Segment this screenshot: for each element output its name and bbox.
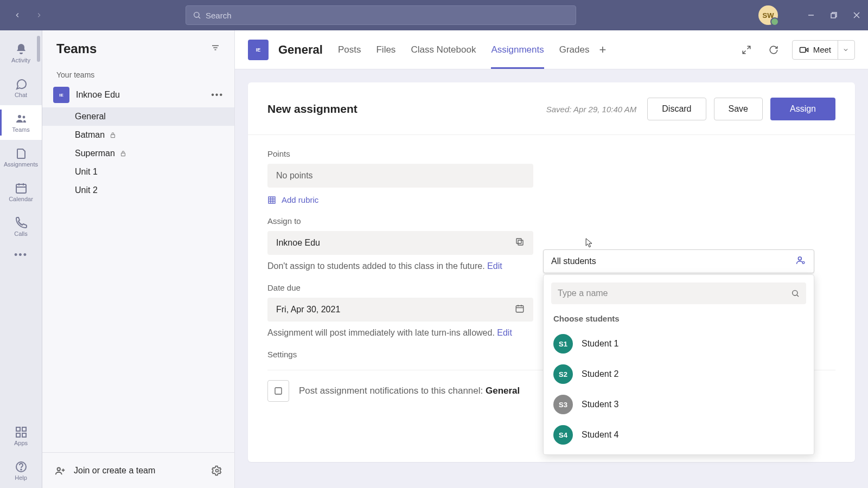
- student-name: Student 1: [582, 339, 619, 349]
- svg-rect-12: [16, 427, 20, 431]
- forward-button[interactable]: [31, 8, 47, 23]
- student-name: Student 3: [582, 400, 619, 409]
- rubric-icon: [267, 196, 276, 204]
- calendar-icon[interactable]: [515, 304, 525, 316]
- student-avatar: S2: [553, 364, 573, 384]
- channel-item[interactable]: General: [42, 107, 234, 126]
- tab-grades[interactable]: Grades: [559, 30, 590, 69]
- tab-class-notebook[interactable]: Class Notebook: [411, 30, 476, 69]
- svg-line-48: [797, 295, 799, 297]
- teams-heading: Teams: [56, 41, 210, 56]
- assignment-heading: New assignment: [267, 102, 358, 115]
- svg-rect-21: [111, 134, 115, 137]
- rail-label: Calls: [14, 230, 27, 237]
- svg-line-28: [743, 50, 745, 53]
- rail-calendar[interactable]: Calendar: [0, 175, 42, 209]
- filter-icon[interactable]: [210, 43, 220, 55]
- svg-point-7: [22, 116, 25, 119]
- student-avatar: S3: [553, 395, 573, 414]
- tab-files[interactable]: Files: [376, 30, 395, 69]
- maximize-button[interactable]: [828, 9, 840, 21]
- rail-chat[interactable]: Chat: [0, 70, 42, 105]
- close-button[interactable]: [851, 9, 863, 21]
- student-item[interactable]: S4Student 4: [551, 420, 806, 450]
- rail-calls[interactable]: Calls: [0, 209, 42, 244]
- edit-late-link[interactable]: Edit: [497, 328, 512, 337]
- expand-icon[interactable]: [738, 41, 755, 59]
- minimize-button[interactable]: [805, 9, 817, 21]
- add-rubric-link[interactable]: Add rubric: [267, 195, 835, 204]
- your-teams-label: Your teams: [42, 67, 234, 82]
- tab-assignments[interactable]: Assignments: [491, 30, 544, 69]
- rail-assignments[interactable]: Assignments: [0, 140, 42, 175]
- assign-people-icon[interactable]: [795, 255, 806, 268]
- svg-point-0: [194, 12, 199, 17]
- student-item[interactable]: S1Student 1: [551, 329, 806, 359]
- team-avatar: IE: [53, 87, 69, 103]
- save-button[interactable]: Save: [714, 98, 763, 120]
- title-bar: SW: [0, 0, 868, 30]
- points-label: Points: [267, 149, 835, 158]
- channel-item[interactable]: Unit 1: [42, 163, 234, 181]
- svg-rect-38: [516, 306, 524, 312]
- svg-rect-3: [831, 14, 835, 18]
- student-search-input[interactable]: [558, 288, 791, 298]
- meet-button[interactable]: Meet: [792, 40, 855, 60]
- main-pane: IE General PostsFilesClass NotebookAssig…: [235, 30, 868, 488]
- student-item[interactable]: S2Student 2: [551, 359, 806, 389]
- svg-rect-14: [16, 433, 20, 437]
- rail-label: Help: [15, 474, 27, 481]
- team-more-icon[interactable]: •••: [211, 90, 224, 100]
- assignment-card: New assignment Saved: Apr 29, 10:40 AM D…: [248, 82, 855, 462]
- chevron-down-icon[interactable]: [838, 41, 849, 59]
- assign-to-label: Assign to: [267, 216, 835, 226]
- rail-apps[interactable]: Apps: [0, 419, 42, 453]
- user-avatar[interactable]: SW: [758, 5, 778, 25]
- rail-activity[interactable]: Activity: [0, 36, 42, 70]
- student-item[interactable]: S3Student 3: [551, 389, 806, 420]
- discard-button[interactable]: Discard: [647, 98, 706, 120]
- student-search[interactable]: [551, 282, 806, 304]
- join-team-icon: [54, 465, 66, 477]
- assign-to-class-input[interactable]: Inknoe Edu: [267, 231, 533, 255]
- global-search[interactable]: [186, 5, 576, 25]
- teams-panel: Teams Your teams IE Inknoe Edu ••• Gener…: [42, 30, 235, 488]
- channel-item[interactable]: Batman: [42, 126, 234, 144]
- refresh-icon[interactable]: [765, 41, 782, 59]
- choose-students-label: Choose students: [553, 314, 804, 323]
- copy-icon[interactable]: [515, 237, 525, 249]
- channel-item[interactable]: Superman: [42, 144, 234, 163]
- tab-posts[interactable]: Posts: [338, 30, 361, 69]
- svg-point-6: [18, 115, 21, 118]
- svg-rect-29: [800, 47, 806, 52]
- points-input[interactable]: No points: [267, 164, 533, 188]
- video-icon: [799, 45, 809, 55]
- svg-rect-42: [275, 388, 282, 394]
- rail-teams[interactable]: Teams: [0, 105, 42, 140]
- channel-item[interactable]: Unit 2: [42, 181, 234, 200]
- lock-icon: [119, 150, 127, 157]
- add-tab-button[interactable]: +: [599, 43, 606, 57]
- rail-more[interactable]: •••: [0, 244, 42, 266]
- svg-rect-37: [516, 239, 521, 243]
- svg-point-23: [58, 467, 61, 471]
- all-students-dropdown[interactable]: All students: [543, 249, 814, 273]
- global-search-input[interactable]: [206, 11, 569, 20]
- team-row[interactable]: IE Inknoe Edu •••: [42, 82, 234, 107]
- settings-icon[interactable]: [212, 465, 222, 476]
- rail-label: Assignments: [4, 161, 38, 168]
- svg-rect-13: [22, 427, 26, 431]
- notification-channel-button[interactable]: [267, 380, 289, 402]
- date-due-input[interactable]: Fri, Apr 30, 2021: [267, 298, 533, 322]
- app-rail: Activity Chat Teams Assignments Calendar…: [0, 30, 42, 488]
- back-button[interactable]: [10, 8, 25, 23]
- channel-avatar: IE: [248, 40, 269, 60]
- svg-rect-36: [518, 240, 523, 245]
- edit-future-link[interactable]: Edit: [487, 261, 502, 271]
- rail-label: Calendar: [9, 196, 33, 202]
- rail-help[interactable]: Help: [0, 453, 42, 488]
- rail-label: Teams: [12, 126, 29, 133]
- student-avatar: S1: [553, 334, 573, 354]
- join-team-label[interactable]: Join or create a team: [74, 466, 204, 476]
- assign-button[interactable]: Assign: [770, 98, 835, 120]
